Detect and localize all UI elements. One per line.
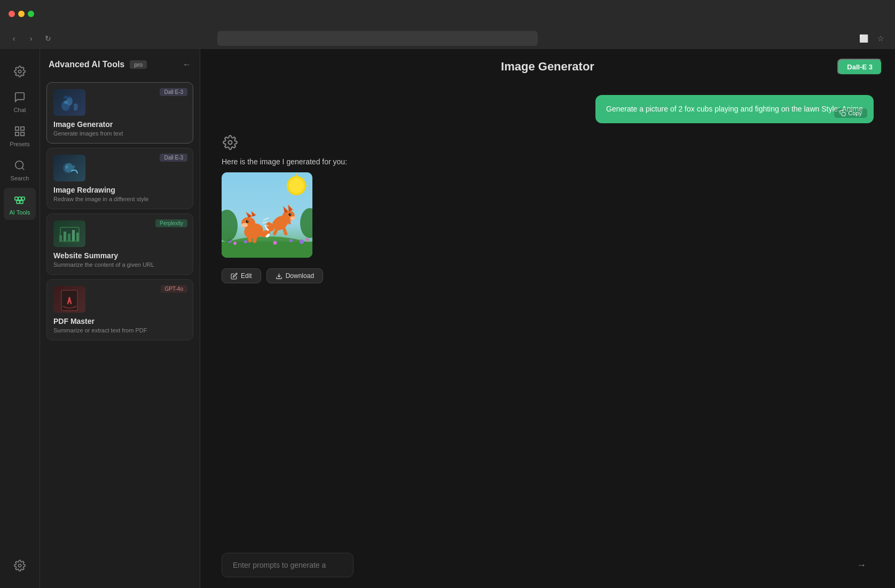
tool-card-image-generator[interactable]: Dall E-3 Image Generator Generate images… [46, 82, 193, 144]
tool-badge-gpt4o: GPT-4o [161, 285, 187, 293]
main-header: Image Generator Dall-E 3 [200, 49, 895, 84]
tool-thumb-website-summary [53, 220, 85, 247]
tool-panel-header: Advanced AI Tools pro ← [40, 49, 200, 78]
svg-rect-9 [22, 197, 25, 200]
chat-area: Generate a picture of 2 fox cubs playing… [200, 84, 895, 544]
user-message: Generate a picture of 2 fox cubs playing… [595, 95, 874, 123]
svg-point-52 [290, 213, 291, 214]
svg-rect-24 [61, 290, 77, 311]
svg-rect-3 [15, 132, 19, 136]
sidebar-item-search[interactable]: Search [4, 154, 36, 186]
ai-response-text: Here is the image I generated for you: [222, 157, 489, 166]
tool-card-image-redrawing[interactable]: Dall E-3 Image Redrawing Redraw the imag… [46, 148, 193, 209]
edit-btn-label: Edit [241, 272, 252, 280]
sidebar-item-settings-top[interactable] [4, 60, 36, 83]
copy-button[interactable]: Copy [834, 108, 867, 118]
edit-icon [231, 273, 238, 280]
tool-card-name-website-summary: Website Summary [53, 251, 186, 260]
svg-point-62 [289, 239, 293, 242]
tool-panel: Advanced AI Tools pro ← Dall E-3 [40, 49, 200, 588]
tool-card-name-pdf-master: PDF Master [53, 317, 186, 325]
svg-rect-8 [18, 197, 21, 200]
input-bar: → [200, 544, 895, 588]
nav-back-button[interactable]: ‹ [9, 33, 19, 44]
tool-badge-perplexity: Perplexity [155, 219, 187, 227]
svg-line-6 [22, 168, 24, 170]
svg-rect-20 [68, 234, 70, 242]
sidebar-item-presets[interactable]: Presets [4, 120, 36, 152]
nav-refresh-button[interactable]: ↻ [43, 33, 53, 44]
dalle-badge-button[interactable]: Dall-E 3 [837, 59, 882, 75]
presets-icon [12, 124, 27, 139]
image-actions: Edit Download [222, 268, 489, 283]
download-btn-label: Download [286, 272, 314, 280]
svg-rect-11 [20, 201, 23, 204]
icon-sidebar: Chat Presets Search [0, 49, 40, 588]
ai-response: Here is the image I generated for you: [222, 134, 489, 283]
generated-image [222, 172, 312, 258]
svg-rect-4 [21, 132, 24, 136]
download-icon [276, 273, 282, 280]
svg-point-60 [244, 240, 247, 243]
tool-card-desc-website-summary: Summarize the content of a given URL [53, 261, 186, 268]
svg-point-45 [247, 220, 248, 221]
traffic-lights [9, 11, 34, 17]
download-button[interactable]: Download [266, 268, 323, 283]
svg-rect-10 [17, 201, 20, 204]
nav-forward-button[interactable]: › [26, 33, 36, 44]
svg-rect-19 [64, 232, 66, 242]
sidebar-item-settings-bottom[interactable] [4, 554, 36, 577]
tool-card-name-image-generator: Image Generator [53, 120, 186, 129]
prompt-input[interactable] [222, 553, 354, 577]
ai-response-header [222, 134, 489, 151]
main-content: Image Generator Dall-E 3 Generate a pict… [200, 49, 895, 588]
user-message-text: Generate a picture of 2 fox cubs playing… [606, 105, 863, 113]
gear-icon [12, 64, 27, 79]
tool-card-desc-image-redrawing: Redraw the image in a different style [53, 196, 186, 202]
traffic-light-yellow[interactable] [18, 11, 25, 17]
fox-scene-svg [222, 172, 312, 258]
svg-point-51 [289, 213, 292, 216]
svg-point-15 [64, 101, 67, 104]
tool-card-website-summary[interactable]: Perplexity Website Summary [46, 213, 193, 275]
sidebar-item-ai-tools[interactable]: AI Tools [4, 188, 36, 220]
svg-point-37 [300, 240, 304, 244]
svg-rect-25 [842, 113, 846, 116]
titlebar [0, 0, 895, 28]
input-wrapper: → [222, 553, 874, 577]
svg-point-38 [305, 238, 309, 241]
svg-point-5 [15, 161, 23, 169]
tool-card-desc-pdf-master: Summarize or extract text from PDF [53, 327, 186, 333]
tool-panel-title-text: Advanced AI Tools [49, 60, 124, 69]
addressbar: ‹ › ↻ ⬜ ☆ [0, 28, 895, 49]
svg-point-43 [241, 223, 248, 227]
tool-badge-dalle-2: Dall E-3 [160, 154, 187, 162]
address-bar[interactable] [217, 31, 538, 46]
collapse-panel-button[interactable]: ← [183, 60, 191, 69]
traffic-light-green[interactable] [28, 11, 34, 17]
svg-point-0 [18, 70, 21, 73]
sidebar-item-chat-label: Chat [13, 107, 26, 113]
sidebar-item-chat[interactable]: Chat [4, 85, 36, 117]
ai-avatar [222, 134, 239, 151]
tool-card-pdf-master[interactable]: GPT-4o PDF Master Summarize or extract t… [46, 279, 193, 340]
tool-card-name-image-redrawing: Image Redrawing [53, 186, 186, 194]
share-icon[interactable]: ⬜ [859, 33, 869, 44]
svg-point-17 [65, 165, 68, 169]
edit-button[interactable]: Edit [222, 268, 261, 283]
tool-thumb-pdf-master [53, 286, 85, 313]
svg-point-61 [273, 241, 277, 245]
svg-rect-1 [15, 127, 19, 130]
copy-icon [839, 110, 846, 116]
bookmark-icon[interactable]: ☆ [876, 33, 886, 44]
svg-point-44 [246, 220, 249, 223]
tool-thumb-image-generator [53, 89, 85, 116]
ai-tools-icon [12, 192, 27, 207]
traffic-light-red[interactable] [9, 11, 15, 17]
sidebar-item-presets-label: Presets [10, 141, 29, 147]
tool-cards-list: Dall E-3 Image Generator Generate images… [40, 78, 200, 588]
copy-label: Copy [848, 110, 862, 116]
app-container: Chat Presets Search [0, 49, 895, 588]
send-button[interactable]: → [857, 560, 866, 571]
sidebar-item-ai-tools-label: AI Tools [10, 209, 30, 216]
